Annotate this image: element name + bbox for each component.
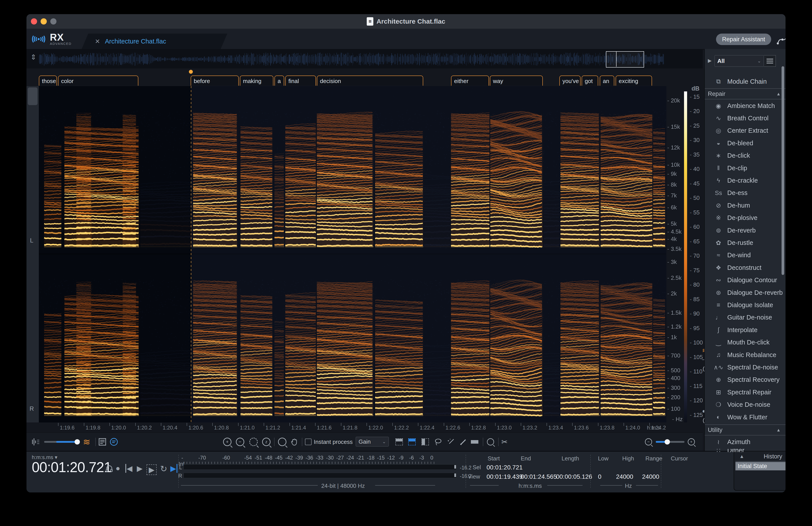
overview-selection-box[interactable]: [606, 51, 644, 68]
gutter-scroll-thumb[interactable]: [28, 87, 38, 105]
play-selection-button[interactable]: ▶: [146, 465, 157, 475]
module-item[interactable]: ◐Wow & Flutter: [705, 412, 785, 423]
monitor-icon[interactable]: [105, 464, 113, 472]
section-header-repair[interactable]: Repair▲: [705, 88, 785, 99]
waveform-spectrogram-toggle-icon[interactable]: [31, 437, 40, 447]
module-item[interactable]: ∿Breath Control: [705, 113, 785, 124]
tab-close-icon[interactable]: ✕: [95, 38, 100, 45]
playhead-time-display[interactable]: 00:01:20.721: [32, 459, 112, 475]
word-marker[interactable]: got: [582, 75, 598, 86]
zoom-small-icon[interactable]: [486, 437, 495, 447]
record-button[interactable]: ●: [116, 464, 120, 472]
h-zoom-out-icon[interactable]: −: [644, 437, 653, 447]
module-item[interactable]: ∾Dialogue Contour: [705, 275, 785, 286]
module-item[interactable]: ⊞Spectral Repair: [705, 387, 785, 398]
instant-process-mode-select[interactable]: Gain ⌄: [356, 437, 389, 446]
module-item[interactable]: ❖Deconstruct: [705, 262, 785, 273]
module-item[interactable]: ◒De-bleed: [705, 138, 785, 148]
time-frequency-selection-tool-icon[interactable]: [408, 437, 416, 447]
module-item[interactable]: ∗De-click: [705, 150, 785, 161]
history-item[interactable]: Initial State: [736, 462, 785, 470]
module-item[interactable]: ❍Voice De-noise: [705, 399, 785, 410]
time-selection-tool-icon[interactable]: [395, 437, 403, 447]
module-item[interactable]: ⊛Dialogue De-reverb: [705, 287, 785, 298]
module-list-scrollbar[interactable]: [782, 66, 784, 275]
view-range-value[interactable]: 24000: [642, 473, 659, 480]
zoom-reset-icon[interactable]: z: [262, 437, 271, 447]
module-item[interactable]: ◉Ambience Match: [705, 100, 785, 111]
module-item[interactable]: ♩Guitar De-noise: [705, 312, 785, 323]
view-start-value[interactable]: 00:01:19.439: [487, 473, 523, 480]
skip-to-start-button[interactable]: ◀: [125, 464, 132, 473]
play-button[interactable]: ▶: [137, 464, 143, 473]
comments-icon[interactable]: [110, 437, 118, 447]
collapse-triangle-icon[interactable]: ▲: [776, 91, 781, 97]
word-marker[interactable]: a: [275, 75, 284, 86]
view-balance-slider[interactable]: [44, 437, 79, 447]
word-marker[interactable]: either: [451, 75, 489, 86]
word-marker[interactable]: way: [490, 75, 543, 86]
view-high-value[interactable]: 24000: [616, 473, 633, 480]
section-header-utility[interactable]: Utility▲: [705, 424, 785, 436]
zoom-out-icon[interactable]: −: [236, 437, 244, 447]
module-item[interactable]: ≡Dialogue Isolate: [705, 299, 785, 311]
view-length-value[interactable]: 00:00:05.126: [556, 473, 592, 480]
overview-waveform[interactable]: [39, 51, 664, 67]
module-item[interactable]: ⊚De-reverb: [705, 225, 785, 236]
magic-wand-tool-icon[interactable]: [447, 437, 455, 447]
frequency-selection-tool-icon[interactable]: [421, 437, 429, 447]
h-zoom-in-icon[interactable]: +: [687, 437, 696, 447]
module-item[interactable]: ⊕Spectral Recovery: [705, 374, 785, 385]
marquee-block-tool-icon[interactable]: [471, 437, 478, 447]
brush-tool-icon[interactable]: [460, 437, 467, 447]
overview-resize-icon[interactable]: ⇕: [30, 53, 37, 61]
module-item[interactable]: ≀Azimuth: [705, 436, 785, 447]
sel-start-value[interactable]: 00:01:20.721: [487, 464, 523, 471]
module-item[interactable]: ≈De-wind: [705, 250, 785, 261]
module-item[interactable]: ϟDe-crackle: [705, 175, 785, 186]
word-marker[interactable]: final: [285, 75, 316, 86]
module-item[interactable]: ‿Mouth De-click: [705, 337, 785, 348]
h-zoom-knob[interactable]: [665, 439, 670, 444]
view-low-value[interactable]: 0: [598, 473, 601, 480]
panel-collapse-icon[interactable]: ▶: [708, 58, 712, 63]
loop-button[interactable]: ↻: [160, 464, 167, 474]
module-item[interactable]: ⊘De-hum: [705, 200, 785, 211]
module-item[interactable]: ✿De-rustle: [705, 237, 785, 248]
module-item[interactable]: ∷Dither: [705, 449, 785, 452]
module-item[interactable]: ∫Interpolate: [705, 324, 785, 336]
repair-assistant-button[interactable]: Repair Assistant: [716, 33, 771, 45]
playhead-marker[interactable]: [189, 70, 193, 74]
module-item[interactable]: ∧∿Spectral De-noise: [705, 362, 785, 373]
lasso-tool-icon[interactable]: [434, 437, 442, 447]
module-chain-item[interactable]: ⧉Module Chain: [705, 76, 785, 87]
view-end-value[interactable]: 00:01:24.565: [521, 473, 557, 480]
signal-flow-icon[interactable]: [776, 33, 785, 45]
module-menu-button[interactable]: [764, 55, 776, 67]
waveform-stats-icon[interactable]: [98, 437, 106, 447]
word-marker[interactable]: before: [191, 75, 239, 86]
word-marker[interactable]: decision: [317, 75, 423, 86]
file-tab[interactable]: ✕ Architecture Chat.flac: [82, 33, 227, 49]
module-item[interactable]: SsDe-ess: [705, 187, 785, 199]
module-item[interactable]: ※De-plosive: [705, 212, 785, 224]
word-marker[interactable]: color: [58, 75, 139, 86]
spectrogram-settings-icon[interactable]: ≋: [83, 437, 90, 447]
zoom-in-icon[interactable]: +: [223, 437, 231, 447]
hand-tool-icon[interactable]: [291, 437, 298, 447]
play-to-end-button[interactable]: ▶: [170, 464, 177, 473]
word-marker[interactable]: you've: [559, 75, 581, 86]
h-zoom-slider[interactable]: [656, 437, 684, 447]
view-balance-knob[interactable]: [75, 439, 80, 444]
zoom-selection-icon[interactable]: [249, 437, 258, 447]
module-item[interactable]: ◎Center Extract: [705, 125, 785, 136]
module-filter-select[interactable]: All ⌄: [714, 55, 764, 67]
word-marker[interactable]: those: [39, 75, 57, 86]
scissors-icon[interactable]: ✂: [501, 437, 508, 447]
instant-process-checkbox[interactable]: [305, 437, 311, 447]
module-item[interactable]: ‖De-clip: [705, 162, 785, 173]
module-item[interactable]: ♫Music Rebalance: [705, 349, 785, 360]
collapse-triangle-icon[interactable]: ▲: [776, 427, 781, 432]
word-marker[interactable]: exciting: [615, 75, 652, 86]
word-marker[interactable]: making: [240, 75, 273, 86]
